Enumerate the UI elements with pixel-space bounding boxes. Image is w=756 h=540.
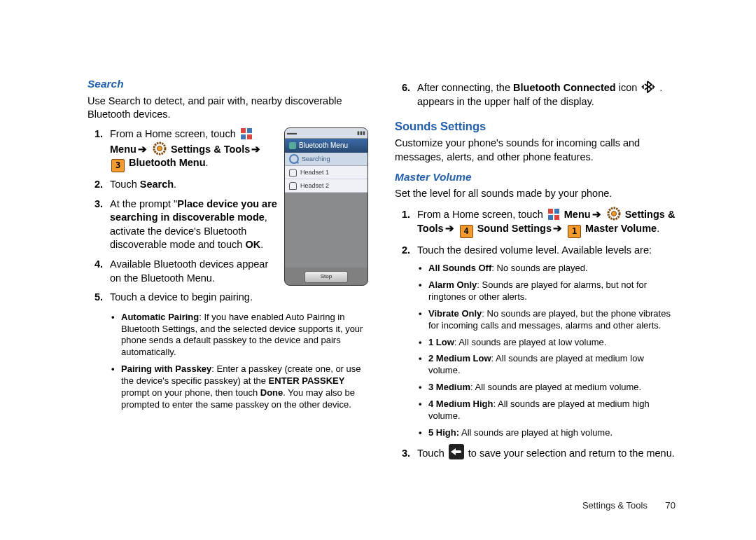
phone-button-bar: Stop (285, 268, 368, 285)
level-item: 5 High: All sounds are played at high vo… (428, 427, 676, 439)
svg-rect-0 (241, 128, 246, 133)
key-4: 4 (460, 225, 473, 238)
heading-search: Search (88, 77, 368, 92)
svg-rect-3 (247, 134, 252, 139)
heading-sounds-settings: Sounds Settings (395, 118, 676, 134)
level-item: Alarm Only: Sounds are played for alarms… (428, 279, 676, 303)
key-1: 1 (568, 225, 581, 238)
bluetooth-icon (289, 142, 296, 149)
level-item: All Sounds Off: No sounds are played. (428, 263, 676, 275)
svg-point-5 (157, 146, 162, 151)
headset-icon (289, 169, 297, 176)
level-item: 3 Medium: All sounds are played at mediu… (428, 382, 676, 394)
phone-titlebar: Bluetooth Menu (285, 139, 368, 153)
phone-statusbar: ▬▬▮▮▮ (285, 128, 368, 139)
search-icon (289, 154, 299, 164)
level-item: Vibrate Only: No sounds are played, but … (428, 308, 676, 332)
footer-section: Settings & Tools (582, 500, 648, 511)
step-6: After connecting, the Bluetooth Connecte… (413, 80, 676, 109)
bluetooth-connected-icon (641, 80, 655, 94)
svg-point-11 (611, 212, 616, 216)
mstep-2: Touch the desired volume level. Availabl… (413, 244, 676, 258)
svg-rect-9 (554, 215, 559, 220)
svg-rect-6 (548, 209, 553, 214)
level-item: 2 Medium Low: All sounds are played at m… (428, 353, 676, 377)
page-footer: Settings & Tools 70 (582, 499, 676, 512)
note-auto-pairing: Automatic Pairing: If you have enabled A… (121, 312, 368, 359)
master-steps-cont: Touch to save your selection and return … (395, 444, 676, 461)
back-icon (449, 444, 464, 459)
mstep-3: Touch to save your selection and return … (413, 444, 676, 461)
left-column: Search Use Search to detect, and pair wi… (88, 77, 368, 512)
volume-levels: All Sounds Off: No sounds are played. Al… (395, 263, 676, 439)
manual-page: Search Use Search to detect, and pair wi… (0, 0, 756, 540)
gear-icon (153, 141, 167, 155)
phone-screenshot: ▬▬▮▮▮ Bluetooth Menu Searching Headset 1… (284, 127, 368, 286)
menu-icon (547, 208, 560, 221)
search-intro: Use Search to detect, and pair with, nea… (88, 95, 368, 122)
svg-rect-1 (247, 128, 252, 133)
phone-searching-row: Searching (285, 153, 368, 166)
master-steps: From a Home screen, touch Menu➔ Settings… (395, 207, 676, 257)
page-number: 70 (666, 500, 676, 511)
menu-icon (240, 127, 253, 140)
heading-master-volume: Master Volume (395, 170, 676, 185)
level-item: 4 Medium High: All sounds are played at … (428, 399, 676, 422)
headset-icon (289, 182, 297, 190)
level-item: 1 Low: All sounds are played at low volu… (428, 337, 676, 349)
right-column: After connecting, the Bluetooth Connecte… (395, 77, 676, 512)
phone-device-row: Headset 2 (285, 179, 368, 193)
svg-rect-7 (554, 209, 559, 214)
step-5: Touch a device to begin pairing. (106, 291, 368, 305)
svg-rect-8 (548, 215, 553, 220)
sounds-intro: Customize your phone's sounds for incomi… (395, 137, 676, 164)
svg-rect-2 (241, 134, 246, 139)
key-3: 3 (111, 159, 125, 172)
phone-blank-area (285, 193, 368, 268)
note-passkey: Pairing with Passkey: Enter a passkey (c… (121, 364, 368, 411)
mstep-1: From a Home screen, touch Menu➔ Settings… (413, 207, 676, 238)
stop-button: Stop (304, 271, 348, 283)
phone-device-row: Headset 1 (285, 166, 368, 179)
search-steps-cont: After connecting, the Bluetooth Connecte… (395, 80, 676, 109)
master-intro: Set the level for all sounds made by you… (395, 187, 676, 201)
pairing-notes: Automatic Pairing: If you have enabled A… (88, 312, 368, 411)
gear-icon (607, 207, 621, 221)
